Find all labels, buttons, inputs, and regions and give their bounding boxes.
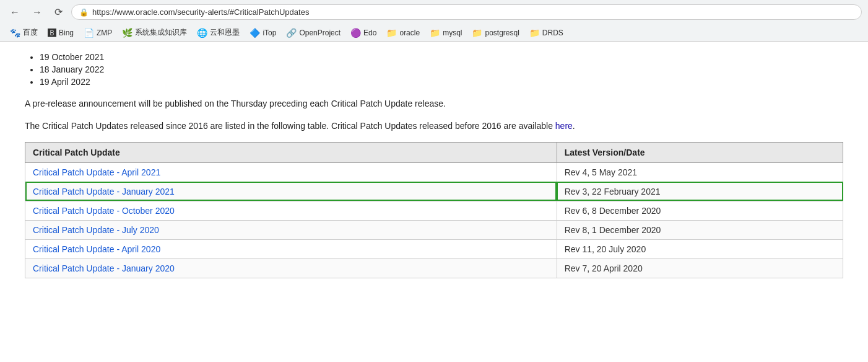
bookmark-postgresql[interactable]: 📁postgresql bbox=[468, 27, 523, 39]
bookmark-openproject[interactable]: 🔗OpenProject bbox=[282, 27, 344, 39]
bookmark-label-openproject: OpenProject bbox=[299, 29, 341, 37]
bookmark-icon-baidu: 🐾 bbox=[10, 28, 20, 38]
bookmark-label-oracle: oracle bbox=[399, 29, 420, 37]
page-content: 19 October 202118 January 202219 April 2… bbox=[0, 42, 868, 288]
lock-icon: 🔒 bbox=[79, 8, 89, 17]
bookmark-label-yhe: 云和恩墨 bbox=[210, 27, 240, 38]
table-cell-version: Rev 7, 20 April 2020 bbox=[557, 258, 843, 278]
bookmark-icon-drds: 📁 bbox=[529, 28, 540, 38]
table-cell-version: Rev 3, 22 February 2021 bbox=[557, 182, 843, 201]
bullet-list: 19 October 202118 January 202219 April 2… bbox=[40, 52, 843, 87]
paragraph-2-text: The Critical Patch Updates released sinc… bbox=[25, 121, 555, 131]
table-row: Critical Patch Update - April 2021 Rev 4… bbox=[25, 162, 843, 182]
bookmark-itop[interactable]: 🔷iTop bbox=[246, 27, 280, 39]
bookmark-icon-zhxt: 🌿 bbox=[122, 28, 132, 38]
bookmark-icon-yhe: 🌐 bbox=[197, 28, 207, 38]
bookmark-icon-mysql: 📁 bbox=[430, 28, 440, 38]
cpu-table: Critical Patch Update Latest Version/Dat… bbox=[25, 142, 843, 278]
table-header-version: Latest Version/Date bbox=[557, 142, 843, 162]
bullet-item: 19 April 2022 bbox=[40, 77, 843, 87]
bookmark-zhxt[interactable]: 🌿系统集成知识库 bbox=[118, 26, 191, 39]
bookmark-icon-oracle: 📁 bbox=[386, 28, 397, 38]
cpu-link-0[interactable]: Critical Patch Update - April 2021 bbox=[33, 167, 160, 177]
cpu-link-4[interactable]: Critical Patch Update - April 2020 bbox=[33, 244, 160, 254]
table-row: Critical Patch Update - January 2021 Rev… bbox=[25, 182, 843, 201]
browser-chrome: ← → ⟳ 🔒 https://www.oracle.com/security-… bbox=[0, 0, 868, 42]
address-bar[interactable]: 🔒 https://www.oracle.com/security-alerts… bbox=[71, 4, 862, 20]
bookmark-zmp[interactable]: 📄ZMP bbox=[80, 27, 116, 39]
bookmark-label-bing: Bing bbox=[59, 29, 74, 37]
table-cell-name: Critical Patch Update - April 2020 bbox=[25, 239, 557, 258]
bookmark-icon-postgresql: 📁 bbox=[472, 28, 482, 38]
bookmark-label-drds: DRDS bbox=[542, 29, 563, 37]
bookmark-icon-bing: 🅱 bbox=[48, 28, 56, 38]
paragraph-2-end: . bbox=[573, 121, 575, 131]
table-cell-version: Rev 6, 8 December 2020 bbox=[557, 201, 843, 220]
cpu-link-5[interactable]: Critical Patch Update - January 2020 bbox=[33, 263, 175, 273]
here-link[interactable]: here bbox=[555, 121, 573, 131]
bookmark-label-postgresql: postgresql bbox=[485, 29, 519, 37]
bookmark-yhe[interactable]: 🌐云和恩墨 bbox=[193, 26, 243, 39]
bookmark-icon-itop: 🔷 bbox=[250, 28, 260, 38]
bookmark-icon-edo: 🟣 bbox=[350, 28, 361, 38]
bookmark-label-zhxt: 系统集成知识库 bbox=[135, 27, 187, 38]
cpu-link-2[interactable]: Critical Patch Update - October 2020 bbox=[33, 206, 175, 216]
forward-button[interactable]: → bbox=[28, 4, 46, 20]
bookmark-label-zmp: ZMP bbox=[97, 29, 112, 37]
reload-button[interactable]: ⟳ bbox=[51, 4, 66, 20]
table-row: Critical Patch Update - October 2020 Rev… bbox=[25, 201, 843, 220]
table-row: Critical Patch Update - July 2020 Rev 8,… bbox=[25, 220, 843, 239]
cpu-link-1[interactable]: Critical Patch Update - January 2021 bbox=[33, 187, 175, 196]
bookmark-label-mysql: mysql bbox=[443, 29, 462, 37]
table-cell-name: Critical Patch Update - January 2021 bbox=[25, 182, 557, 201]
bookmark-label-baidu: 百度 bbox=[23, 27, 38, 38]
back-button[interactable]: ← bbox=[6, 4, 24, 20]
table-cell-version: Rev 8, 1 December 2020 bbox=[557, 220, 843, 239]
table-cell-name: Critical Patch Update - October 2020 bbox=[25, 201, 557, 220]
bookmarks-bar: 🐾百度🅱Bing📄ZMP🌿系统集成知识库🌐云和恩墨🔷iTop🔗OpenProje… bbox=[0, 24, 868, 42]
bookmark-icon-openproject: 🔗 bbox=[286, 28, 297, 38]
cpu-link-3[interactable]: Critical Patch Update - July 2020 bbox=[33, 225, 159, 235]
bookmark-edo[interactable]: 🟣Edo bbox=[347, 27, 380, 39]
table-cell-version: Rev 4, 5 May 2021 bbox=[557, 162, 843, 182]
table-row: Critical Patch Update - April 2020 Rev 1… bbox=[25, 239, 843, 258]
url-text: https://www.oracle.com/security-alerts/#… bbox=[92, 7, 309, 17]
table-cell-name: Critical Patch Update - April 2021 bbox=[25, 162, 557, 182]
table-header-name: Critical Patch Update bbox=[25, 142, 557, 162]
bookmark-icon-zmp: 📄 bbox=[84, 28, 94, 38]
paragraph-1: A pre-release announcement will be publi… bbox=[25, 97, 843, 110]
table-row: Critical Patch Update - January 2020 Rev… bbox=[25, 258, 843, 278]
bookmark-label-itop: iTop bbox=[263, 29, 276, 37]
bookmark-baidu[interactable]: 🐾百度 bbox=[6, 26, 41, 39]
bookmark-label-edo: Edo bbox=[363, 29, 376, 37]
table-cell-name: Critical Patch Update - January 2020 bbox=[25, 258, 557, 278]
bookmark-oracle[interactable]: 📁oracle bbox=[383, 27, 423, 39]
bullet-item: 18 January 2022 bbox=[40, 64, 843, 74]
table-cell-version: Rev 11, 20 July 2020 bbox=[557, 239, 843, 258]
table-cell-name: Critical Patch Update - July 2020 bbox=[25, 220, 557, 239]
bookmark-drds[interactable]: 📁DRDS bbox=[526, 27, 567, 39]
bookmark-mysql[interactable]: 📁mysql bbox=[426, 27, 466, 39]
bookmark-bing[interactable]: 🅱Bing bbox=[44, 27, 77, 39]
bullet-item: 19 October 2021 bbox=[40, 52, 843, 62]
paragraph-2: The Critical Patch Updates released sinc… bbox=[25, 119, 843, 133]
nav-bar: ← → ⟳ 🔒 https://www.oracle.com/security-… bbox=[0, 0, 868, 24]
